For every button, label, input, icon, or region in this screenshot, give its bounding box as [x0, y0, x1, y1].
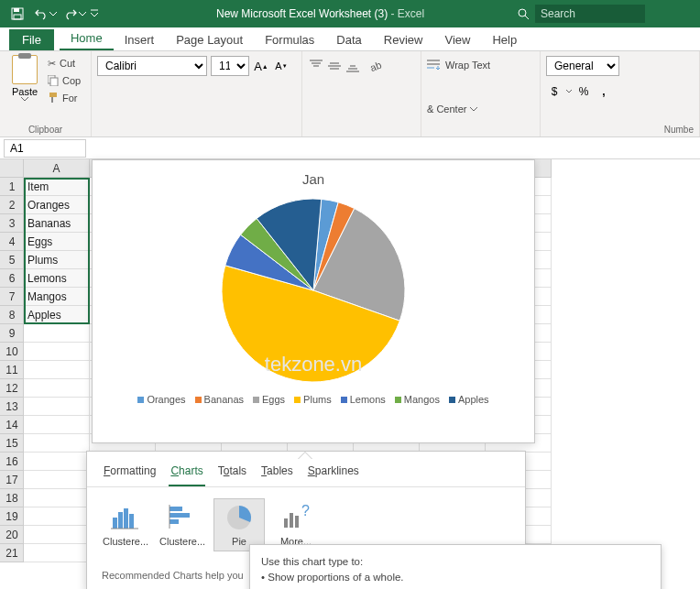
- row-header[interactable]: 18: [0, 489, 24, 507]
- row-header[interactable]: 21: [0, 544, 24, 562]
- row-header[interactable]: 17: [0, 471, 24, 489]
- select-all-corner[interactable]: [0, 159, 24, 178]
- row-header[interactable]: 13: [0, 398, 24, 416]
- cell[interactable]: [24, 507, 90, 526]
- row-header[interactable]: 12: [0, 379, 24, 398]
- cell[interactable]: Item: [24, 178, 90, 196]
- search-box[interactable]: [517, 5, 700, 23]
- font-name-select[interactable]: Calibri: [97, 56, 207, 76]
- row-header[interactable]: 5: [0, 251, 24, 269]
- align-top-icon[interactable]: [308, 58, 324, 74]
- qa-tab-totals[interactable]: Totals: [216, 461, 248, 486]
- cell[interactable]: [24, 453, 90, 471]
- number-group: General $ % , Numbe: [541, 51, 700, 136]
- wrap-merge-group: Wrap Text & Center: [421, 51, 541, 136]
- alignment-group: ab: [302, 51, 421, 136]
- tab-file[interactable]: File: [9, 29, 54, 50]
- row-header[interactable]: 8: [0, 306, 24, 324]
- cell[interactable]: [24, 544, 90, 562]
- cell[interactable]: Plums: [24, 251, 90, 269]
- cell[interactable]: Eggs: [24, 233, 90, 251]
- row-header[interactable]: 9: [0, 324, 24, 343]
- cell[interactable]: [24, 379, 90, 398]
- pie-icon: [221, 503, 257, 532]
- tab-help[interactable]: Help: [481, 29, 528, 50]
- row-header[interactable]: 3: [0, 214, 24, 233]
- row-header[interactable]: 2: [0, 196, 24, 214]
- row-header[interactable]: 15: [0, 434, 24, 453]
- cell[interactable]: [24, 489, 90, 507]
- tab-review[interactable]: Review: [373, 29, 434, 50]
- row-header[interactable]: 6: [0, 269, 24, 288]
- cell[interactable]: Mangos: [24, 288, 90, 306]
- column-header[interactable]: A: [24, 159, 90, 178]
- redo-dropdown-icon[interactable]: [77, 0, 88, 27]
- row-header[interactable]: 19: [0, 507, 24, 526]
- row-header[interactable]: 16: [0, 453, 24, 471]
- align-bottom-icon[interactable]: [345, 58, 361, 74]
- increase-font-icon[interactable]: A▲: [253, 58, 269, 74]
- row-header[interactable]: 4: [0, 233, 24, 251]
- row-header[interactable]: 10: [0, 343, 24, 361]
- svg-rect-1: [14, 8, 19, 12]
- align-middle-icon[interactable]: [326, 58, 343, 74]
- row-header[interactable]: 20: [0, 526, 24, 544]
- cell[interactable]: [24, 526, 90, 544]
- formula-bar: [0, 137, 700, 159]
- cell[interactable]: [24, 361, 90, 379]
- tab-page-layout[interactable]: Page Layout: [165, 29, 254, 50]
- svg-rect-7: [50, 78, 58, 86]
- row-headers: 123456789101112131415161718192021: [0, 178, 24, 562]
- font-size-select[interactable]: 11: [211, 56, 249, 76]
- number-format-select[interactable]: General: [546, 56, 619, 76]
- decrease-font-icon[interactable]: A▼: [273, 58, 290, 74]
- svg-line-5: [525, 16, 529, 19]
- cell[interactable]: [24, 343, 90, 361]
- paste-button[interactable]: Paste: [5, 55, 44, 106]
- tooltip-line: • Show proportions of a whole.: [261, 570, 650, 585]
- orientation-icon[interactable]: ab: [368, 58, 385, 74]
- cell[interactable]: Oranges: [24, 196, 90, 214]
- save-icon[interactable]: [5, 0, 29, 27]
- currency-button[interactable]: $: [546, 83, 563, 100]
- cut-button[interactable]: Cut: [48, 55, 81, 71]
- row-header[interactable]: 1: [0, 178, 24, 196]
- format-painter-button[interactable]: For: [48, 90, 81, 106]
- ribbon: Paste Cut Cop For Clipboar Calibri 11 A▲…: [0, 51, 700, 137]
- cell[interactable]: Lemons: [24, 269, 90, 288]
- wrap-text-button[interactable]: Wrap Text: [427, 55, 534, 75]
- qa-tab-tables[interactable]: Tables: [259, 461, 295, 486]
- qa-tab-formatting[interactable]: FFormattingormatting: [102, 461, 158, 486]
- qa-opt-clustered-column[interactable]: Clustere...: [100, 498, 151, 551]
- qat-customize-icon[interactable]: [88, 0, 101, 27]
- tab-insert[interactable]: Insert: [114, 29, 166, 50]
- tab-formulas[interactable]: Formulas: [254, 29, 325, 50]
- tab-home[interactable]: Home: [60, 27, 114, 50]
- tab-view[interactable]: View: [433, 29, 481, 50]
- qa-opt-clustered-bar[interactable]: Clustere...: [157, 498, 208, 551]
- cell[interactable]: Bananas: [24, 214, 90, 233]
- cell[interactable]: [24, 398, 90, 416]
- tab-data[interactable]: Data: [325, 29, 372, 50]
- scissors-icon: [48, 58, 56, 70]
- cell[interactable]: [24, 324, 90, 343]
- comma-button[interactable]: ,: [596, 83, 612, 100]
- qa-tab-charts[interactable]: Charts: [169, 461, 204, 486]
- merge-center-button[interactable]: & Center: [427, 99, 534, 119]
- copy-button[interactable]: Cop: [48, 72, 81, 89]
- undo-dropdown-icon[interactable]: [48, 0, 59, 27]
- row-header[interactable]: 7: [0, 288, 24, 306]
- svg-rect-29: [170, 519, 179, 524]
- search-input[interactable]: [535, 5, 645, 23]
- clustered-column-icon: [107, 503, 144, 532]
- cell[interactable]: [24, 416, 90, 434]
- cell[interactable]: [24, 434, 90, 453]
- wrap-text-icon: [427, 59, 442, 71]
- cell[interactable]: [24, 471, 90, 489]
- qa-tab-sparklines[interactable]: Sparklines: [306, 461, 361, 486]
- percent-button[interactable]: %: [575, 83, 592, 100]
- name-box[interactable]: [4, 139, 86, 158]
- cell[interactable]: Apples: [24, 306, 90, 324]
- row-header[interactable]: 14: [0, 416, 24, 434]
- row-header[interactable]: 11: [0, 361, 24, 379]
